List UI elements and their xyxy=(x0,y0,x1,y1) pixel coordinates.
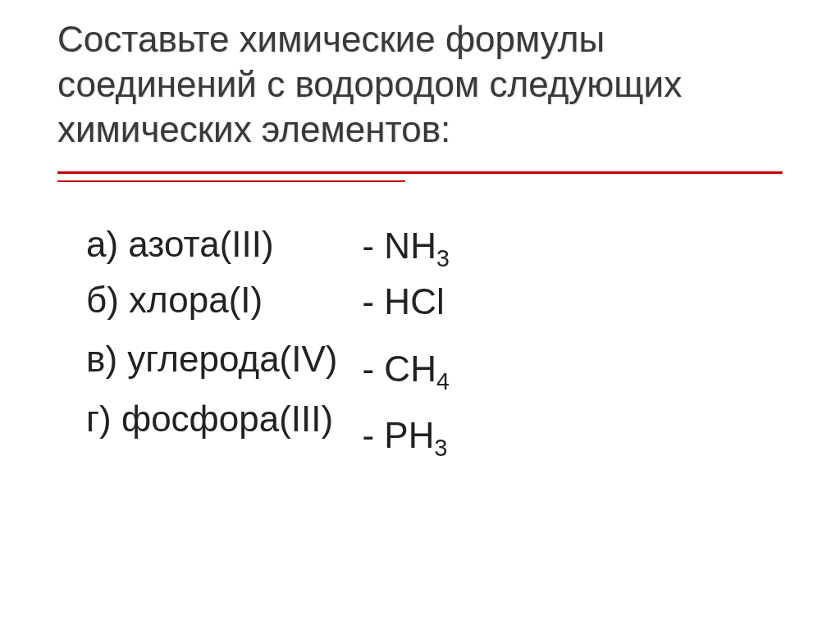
answer-g: - PH3 xyxy=(362,408,449,463)
answer-b-formula: - HCl xyxy=(362,281,444,321)
answer-g-formula: - PH xyxy=(362,415,434,455)
answer-v-sub: 4 xyxy=(436,368,450,394)
answer-a: - NH3 xyxy=(362,218,449,274)
element-b: б) хлора(I) xyxy=(86,272,337,328)
answers-column: - NH3 - HCl - CH4 - PH3 xyxy=(354,223,449,463)
slide-title: Составьте химические формулы соединений … xyxy=(57,16,783,152)
elements-column: а) азота(III) б) хлора(I) в) углерода(IV… xyxy=(86,223,337,463)
answer-a-sub: 3 xyxy=(436,245,450,271)
answer-v: - CH4 xyxy=(362,341,449,397)
answer-g-sub: 3 xyxy=(434,434,447,460)
answer-v-formula: - CH xyxy=(362,349,436,389)
content-area: а) азота(III) б) хлора(I) в) углерода(IV… xyxy=(57,223,783,463)
answer-b: - HCl xyxy=(362,274,449,330)
element-g: г) фосфора(III) xyxy=(86,391,337,447)
element-v: в) углерода(IV) xyxy=(86,331,337,387)
divider-main xyxy=(57,171,783,174)
element-a: а) азота(III) xyxy=(86,217,337,272)
answer-a-formula: - NH xyxy=(362,226,436,266)
divider-sub xyxy=(57,180,405,182)
